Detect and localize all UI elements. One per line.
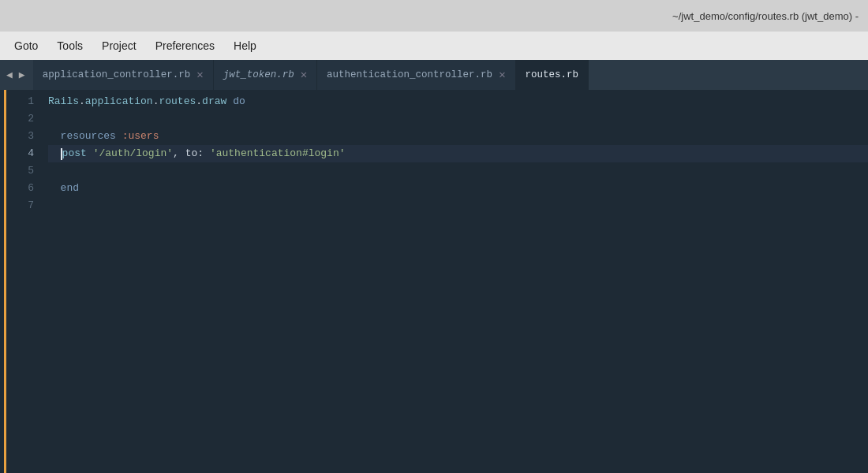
menu-tools[interactable]: Tools	[49, 36, 91, 55]
tab-close-jwt-token[interactable]: ✕	[301, 69, 307, 80]
tab-bar: ◀ ▶ application_controller.rb ✕ jwt_toke…	[0, 60, 868, 90]
tab-jwt-token[interactable]: jwt_token.rb ✕	[214, 60, 317, 90]
line-num-5: 5	[6, 162, 34, 180]
code-token: :users	[122, 128, 159, 145]
code-line-7	[48, 197, 868, 214]
title-bar-text: ~/jwt_demo/config/routes.rb (jwt_demo) -	[672, 10, 859, 22]
code-line-1: Rails.application.routes.draw do	[48, 93, 868, 110]
line-num-6: 6	[6, 180, 34, 197]
menu-bar: Goto Tools Project Preferences Help	[0, 32, 868, 60]
line-num-2: 2	[6, 110, 34, 128]
code-token	[48, 145, 61, 162]
code-token	[116, 128, 122, 145]
code-token: post	[62, 145, 87, 162]
tab-close-application-controller[interactable]: ✕	[196, 69, 203, 80]
tab-close-authentication-controller[interactable]: ✕	[499, 69, 505, 80]
code-token	[48, 180, 61, 197]
code-token: .	[196, 93, 202, 110]
code-line-6: end	[48, 180, 868, 197]
code-token	[226, 93, 233, 110]
tab-nav-arrows: ◀ ▶	[3, 67, 28, 83]
code-token: end	[61, 180, 79, 197]
code-token: draw	[202, 93, 226, 110]
code-token: to:	[185, 145, 204, 162]
menu-help[interactable]: Help	[226, 36, 264, 55]
line-num-4: 4	[6, 145, 34, 162]
code-token: .	[153, 93, 159, 110]
menu-project[interactable]: Project	[94, 36, 144, 55]
line-numbers: 1 2 3 4 5 6 7	[6, 90, 42, 473]
tab-arrow-right[interactable]: ▶	[16, 67, 28, 83]
title-bar: ~/jwt_demo/config/routes.rb (jwt_demo) -	[0, 0, 868, 32]
tab-label: application_controller.rb	[43, 69, 191, 80]
code-token: do	[233, 93, 245, 110]
tab-label: routes.rb	[526, 69, 579, 80]
line-num-7: 7	[6, 197, 34, 214]
code-token: resources	[61, 128, 116, 145]
code-token	[48, 128, 61, 145]
tab-arrow-left[interactable]: ◀	[3, 67, 16, 83]
line-num-1: 1	[6, 93, 34, 110]
tab-label: authentication_controller.rb	[327, 69, 492, 80]
line-num-3: 3	[6, 128, 34, 145]
tab-routes[interactable]: routes.rb	[516, 60, 589, 90]
code-token: '/auth/login'	[93, 145, 173, 162]
code-token: routes	[159, 93, 196, 110]
gutter-indicator	[0, 90, 6, 473]
code-token: ,	[173, 145, 185, 162]
code-token: Rails	[48, 93, 79, 110]
code-token: 'authentication#login'	[210, 145, 346, 162]
menu-preferences[interactable]: Preferences	[148, 36, 223, 55]
tab-label: jwt_token.rb	[223, 69, 294, 80]
code-token	[204, 145, 210, 162]
tab-authentication-controller[interactable]: authentication_controller.rb ✕	[317, 60, 515, 90]
tab-application-controller[interactable]: application_controller.rb ✕	[33, 60, 214, 90]
code-token: application	[85, 93, 153, 110]
editor: 1 2 3 4 5 6 7 Rails.application.routes.d…	[0, 90, 868, 473]
code-line-2	[48, 110, 868, 128]
code-token: .	[79, 93, 85, 110]
code-line-4: post '/auth/login', to: 'authentication#…	[48, 145, 868, 162]
code-line-5	[48, 162, 868, 180]
code-content[interactable]: Rails.application.routes.draw do resourc…	[42, 90, 868, 473]
menu-goto[interactable]: Goto	[6, 36, 46, 55]
code-token	[87, 145, 93, 162]
code-line-3: resources :users	[48, 128, 868, 145]
